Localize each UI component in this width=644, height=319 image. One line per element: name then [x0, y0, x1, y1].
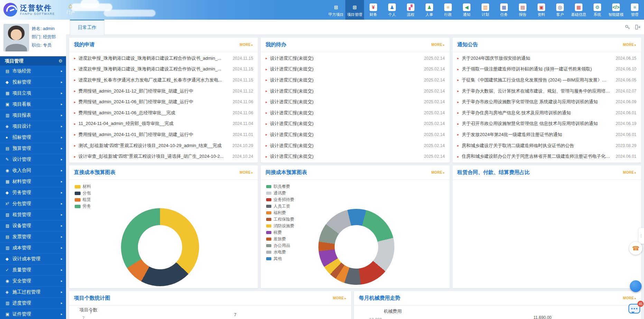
notice-list-item[interactable]: ▸ 住房和城乡建设部办公厅关于同意吉林省开展二级建造师注册证书电子化试点... … [457, 151, 636, 162]
sidebar-menu-item[interactable]: ◆ 劳务管理 ▸ [0, 187, 66, 198]
todo-list-item[interactable]: ▸ 设计进度汇报(未提交) 2025.02.14 [265, 96, 445, 107]
todo-list-item[interactable]: ▸ 设计进度汇报(未提交) 2025.02.14 [265, 107, 445, 118]
more-link[interactable]: MORE▸ [431, 43, 445, 47]
sidebar-menu-item[interactable]: ▤ 预算管理 ▸ [0, 143, 66, 154]
notice-list-item[interactable]: ▸ 房和城乡建设厅关于取消二级建造师临时执业证书的公告 2023.08.29 [457, 140, 636, 151]
application-list-item[interactable]: ▸ 进度款申报_珠海鹤港口建设_珠海鹤港口建设工程合作协议书_admin_...… [74, 53, 253, 64]
gear-icon[interactable]: ⚙ [58, 58, 63, 64]
todo-list-item[interactable]: ▸ 设计进度汇报(未提交) 2025.02.14 [265, 53, 445, 64]
top-nav-item[interactable]: </> 智能建模 [607, 0, 625, 20]
notice-list-item[interactable]: ▸ 关于发放2024年第24批一级建造师注册证书的通知 2024.06.01 [457, 129, 636, 140]
floating-action-button[interactable] [630, 280, 642, 292]
sidebar-menu-item[interactable]: ◉ 安全管理 ▸ [0, 276, 66, 287]
notice-list-item[interactable]: ▸ 关于举办大数据、云计算技术在城市建设、规划、管理与服务中的应用培训班... … [457, 86, 636, 97]
top-nav-item[interactable]: ⊞ 甲方项目 [327, 0, 345, 20]
contact-service-button[interactable]: ☎ [629, 242, 642, 255]
item-text: 关于2024年国庆节放假安排的通知 [462, 55, 611, 61]
top-nav-item[interactable]: ▥ 计划 [476, 0, 495, 20]
notice-list-item[interactable]: ▸ 关于2024年国庆节放假安排的通知 2024.06.15 [457, 53, 636, 64]
application-list-item[interactable]: ▸ 测试_彭祖新城“四馆”景观工程设计项目_2024-10-29_admin_结… [74, 140, 253, 151]
top-nav-item[interactable]: ⊞ 项目管理 [345, 0, 364, 20]
application-list-item[interactable]: ▸ 费用报销_admin_2024-11-06_总经理审批__完成 2024.1… [74, 107, 253, 118]
more-link[interactable]: MORE▸ [333, 296, 346, 300]
application-list-item[interactable]: ▸ 费用报销_admin_2024-11-12_部门经理审批_胡建_运行中 20… [74, 86, 253, 97]
todo-list-item[interactable]: ▸ 设计进度汇报(未提交) 2025.02.14 [265, 86, 445, 97]
top-nav-item[interactable]: ⚙ 系统 [588, 0, 607, 20]
sidebar-menu-item[interactable]: ✓ 质量管理 ▸ [0, 264, 66, 276]
todo-list-item[interactable]: ▸ 设计进度汇报(未提交) 2025.02.14 [265, 118, 445, 129]
more-link[interactable]: MORE▸ [240, 171, 253, 174]
notice-list-item[interactable]: ▸ 关于领取一级注册建造师培训补贴的通知 (须持一建证书前来领取) 2024.0… [457, 64, 636, 75]
legend-item: 劳务 [75, 203, 91, 210]
more-link[interactable]: MORE▸ [431, 171, 445, 174]
nav-item-portal[interactable]: ⌂ 门户 [62, 2, 80, 18]
more-link[interactable]: MORE▸ [623, 296, 636, 300]
sidebar-item-label: 质量管理 [12, 267, 31, 273]
top-nav-item[interactable]: ¥ 财务 [364, 0, 383, 20]
item-text: 设计进度汇报(未提交) [270, 120, 419, 127]
sidebar-menu-item[interactable]: ▨ 设备管理 ▸ [0, 220, 66, 231]
top-nav-item[interactable]: ♟ 人事 [420, 0, 439, 20]
top-nav-item[interactable]: ▤ 报告 [513, 0, 532, 20]
todo-list-item[interactable]: ▸ 设计进度汇报(未提交) 2025.02.14 [265, 75, 445, 86]
app-title: 泛普软件 [20, 4, 55, 12]
top-nav-item[interactable]: ≡ 行政 [439, 0, 457, 20]
top-nav-item[interactable]: ▦ 基础信息 [569, 0, 588, 20]
sidebar-menu-item[interactable]: ● 招标管理 ▸ [0, 132, 66, 143]
more-link[interactable]: MORE▸ [623, 171, 636, 174]
more-link[interactable]: MORE▸ [240, 43, 253, 47]
application-list-item[interactable]: ▸ 11_2024-11-04_admin_经营部_领导审批__完成 2024.… [74, 118, 253, 129]
sidebar-menu-item[interactable]: ▦ 材料管理 ▸ [0, 176, 66, 187]
sidebar-menu-item[interactable]: ◆ 设计成本管理 ▸ [0, 253, 66, 264]
tab-daily-work[interactable]: 日常工作 [70, 20, 104, 35]
side-panel-toggle[interactable]: ⋮ [638, 228, 644, 244]
sidebar-menu-item[interactable]: ▧ 租赁管理 ▸ [0, 209, 66, 220]
chart-legend: 材料 分包 租赁 劳务 [75, 183, 91, 210]
top-nav-item[interactable]: ♟ 个人 [383, 0, 401, 20]
sidebar-section-header[interactable]: 项目管理 ⚙ [0, 56, 66, 66]
application-list-item[interactable]: ▸ 费用报销_admin_2024-11-01_部门经理审批_胡建_运行中 20… [74, 129, 253, 140]
application-list-item[interactable]: ▸ 费用报销_admin_2024-11-06_部门经理审批_胡建_运行中 20… [74, 96, 253, 107]
cloud-decoration [104, 10, 156, 17]
application-list-item[interactable]: ▸ 进度款申报_长春市伊通河水力发电厂改建工程_长春市伊通河水力发电... 20… [74, 75, 253, 86]
todo-list-item[interactable]: ▸ 设计进度汇报(未提交) 2025.02.14 [265, 151, 445, 162]
todo-list-item[interactable]: ▸ 设计进度汇报(未提交) 2025.02.14 [265, 140, 445, 151]
sidebar-menu-item[interactable]: ◈ 项目设计 ▸ [0, 121, 66, 132]
sidebar-menu-item[interactable]: ◉ 收入合同 ▸ [0, 165, 66, 176]
more-arrow-icon: ▸ [345, 297, 346, 300]
notice-list-item[interactable]: ▸ 关于举办市政公用设施数字化管理信息 系统建设与应用培训班的通知 2024.0… [457, 96, 636, 107]
top-nav-item[interactable]: ▦ 任务 [495, 0, 513, 20]
sidebar-menu-item[interactable]: ✎ 设计管理 ▸ [0, 154, 66, 165]
nav-module-icon: ♟ [388, 3, 396, 11]
item-text: 于征集《中国建筑施工行业信息化发展报告 (2024) —BIM应用与发展》材料.… [462, 77, 611, 83]
sidebar-menu-item[interactable]: ▥ 进度管理 ▸ [0, 298, 66, 309]
sidebar-menu-item[interactable]: ▣ 项目看板 ▸ [0, 99, 66, 110]
top-nav-item[interactable]: ▞ 流程 [401, 0, 420, 20]
top-nav-item[interactable]: ≡ 管理 [625, 0, 644, 20]
notice-list-item[interactable]: ▸ 关于举办住房与房地产信息化 技术及应用培训班的通知 2024.06.01 [457, 107, 636, 118]
sidebar-menu-item[interactable]: ▥ 成本管理 ▸ [0, 242, 66, 253]
user-avatar [3, 24, 29, 51]
application-list-item[interactable]: ▸ 设计审查_彭祖新城“四馆”景观工程设计项目_请选择_胡广生_2024-10-… [74, 151, 253, 162]
sidebar-menu-item[interactable]: ▤ 发票管理 ▸ [0, 231, 66, 242]
notice-list-item[interactable]: ▸ 于征集《中国建筑施工行业信息化发展报告 (2024) —BIM应用与发展》材… [457, 75, 636, 86]
top-nav-item[interactable]: ▣ 资料 [532, 0, 551, 20]
sidebar-menu-item[interactable]: ▣ 证件管理 ▸ [0, 309, 66, 319]
todo-list-item[interactable]: ▸ 设计进度汇报(未提交) 2025.02.14 [265, 64, 445, 75]
sidebar-menu-item[interactable]: ▦ 项目立项 ▸ [0, 88, 66, 99]
notice-list-item[interactable]: ▸ 关于召开市政公用设施智慧化管理信息 信息技术与应用培训班的通知 2024.0… [457, 118, 636, 129]
top-nav-item[interactable]: ◀ 通知 [457, 0, 476, 20]
sidebar-menu-item[interactable]: ◈ 施工过程管理 ▸ [0, 287, 66, 298]
application-list-item[interactable]: ▸ 进度款申报_珠海鹤港口建设_珠海鹤港口建设工程合作协议书_admin_...… [74, 64, 253, 75]
exit-icon[interactable] [635, 24, 641, 30]
sidebar-menu-item[interactable]: ◆ 投标管理 ▸ [0, 77, 66, 88]
top-nav-item[interactable]: ◎ 客户 [551, 0, 569, 20]
todo-list-item[interactable]: ▸ 设计进度汇报(未提交) 2025.02.14 [265, 129, 445, 140]
more-link[interactable]: MORE▸ [623, 43, 636, 47]
chat-button[interactable]: 45 [628, 304, 642, 316]
sidebar-menu-item[interactable]: x² 分包管理 ▸ [0, 198, 66, 209]
legend-item: 通讯费 [266, 190, 294, 196]
sidebar-menu-item[interactable]: ▥ 项目报表 ▸ [0, 110, 66, 121]
lock-key-icon[interactable] [625, 24, 631, 30]
sidebar-menu-item[interactable]: ▤ 市场经营 ▸ [0, 66, 66, 77]
